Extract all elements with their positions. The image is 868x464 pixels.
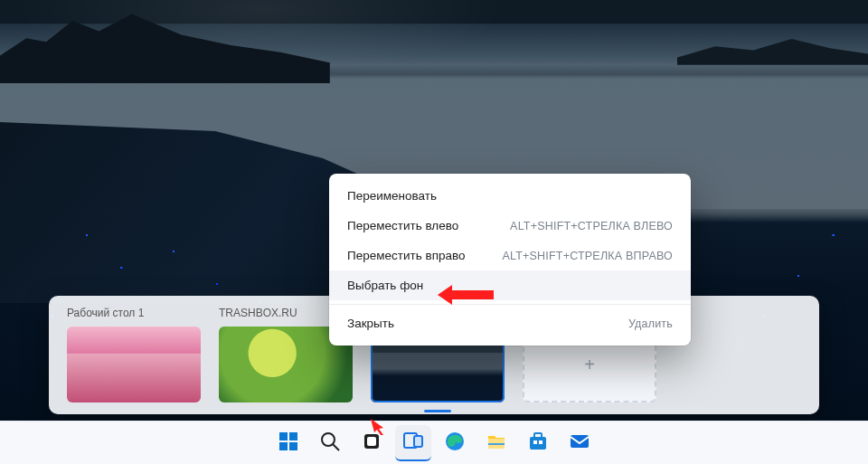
plus-icon: +	[584, 355, 595, 375]
file-explorer-icon	[486, 431, 507, 456]
search-icon	[319, 431, 341, 456]
menu-item-move-right-shortcut: ALT+SHIFT+СТРЕЛКА ВПРАВО	[502, 250, 673, 262]
svg-rect-9	[414, 436, 422, 447]
svg-rect-2	[279, 442, 288, 450]
task-view-icon	[402, 430, 424, 455]
svg-rect-15	[533, 440, 537, 444]
annotation-arrow-choose-background	[438, 285, 494, 305]
menu-item-close[interactable]: Закрыть Удалить	[329, 308, 691, 338]
file-explorer-button[interactable]	[478, 425, 514, 461]
svg-line-5	[333, 444, 339, 450]
menu-item-choose-background[interactable]: Выбрать фон	[329, 270, 691, 300]
menu-item-move-left[interactable]: Переместить влево ALT+SHIFT+СТРЕЛКА ВЛЕВ…	[329, 211, 691, 241]
task-view-button[interactable]	[395, 425, 431, 461]
annotation-arrow-taskview	[371, 419, 387, 435]
menu-item-close-shortcut: Удалить	[628, 317, 673, 330]
menu-separator	[329, 304, 691, 305]
store-icon	[527, 431, 549, 456]
menu-item-move-left-shortcut: ALT+SHIFT+СТРЕЛКА ВЛЕВО	[510, 220, 673, 232]
start-icon	[278, 431, 299, 456]
menu-item-close-label: Закрыть	[347, 317, 394, 330]
menu-item-move-right-label: Переместить вправо	[347, 249, 466, 262]
virtual-desktop-1-thumb[interactable]	[67, 327, 201, 402]
svg-point-4	[322, 433, 335, 446]
edge-button[interactable]	[437, 425, 473, 461]
svg-rect-14	[534, 433, 542, 438]
menu-item-move-right[interactable]: Переместить вправо ALT+SHIFT+СТРЕЛКА ВПР…	[329, 241, 691, 270]
store-button[interactable]	[520, 425, 556, 461]
menu-item-rename[interactable]: Переименовать	[329, 181, 691, 211]
start-button[interactable]	[270, 425, 307, 461]
search-button[interactable]	[312, 425, 348, 461]
taskbar[interactable]	[0, 421, 868, 464]
mail-button[interactable]	[561, 425, 598, 461]
menu-item-choose-background-label: Выбрать фон	[347, 279, 423, 292]
svg-rect-0	[279, 432, 288, 440]
menu-item-rename-label: Переименовать	[347, 189, 437, 203]
svg-rect-3	[289, 442, 297, 450]
svg-rect-7	[367, 437, 376, 446]
virtual-desktop-1-label: Рабочий стол 1	[67, 307, 201, 321]
svg-rect-16	[539, 440, 542, 444]
virtual-desktop-context-menu: Переименовать Переместить влево ALT+SHIF…	[329, 174, 691, 346]
edge-icon	[444, 431, 466, 456]
mail-icon	[569, 431, 590, 456]
svg-rect-1	[289, 432, 297, 440]
menu-item-move-left-label: Переместить влево	[347, 219, 458, 232]
svg-rect-17	[571, 435, 589, 448]
svg-rect-13	[530, 437, 546, 450]
virtual-desktop-1[interactable]: Рабочий стол 1	[67, 307, 201, 402]
virtual-desktop-active-indicator	[424, 410, 451, 412]
svg-rect-12	[488, 443, 505, 445]
